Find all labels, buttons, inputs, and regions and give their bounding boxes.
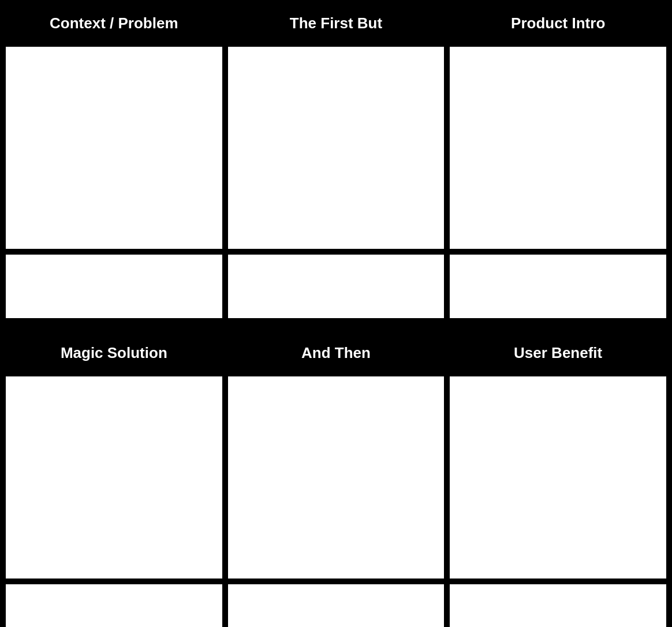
main-panel-and-then	[228, 376, 445, 579]
main-panel-user-benefit	[450, 376, 666, 579]
header-first-but: The First But	[228, 6, 445, 41]
main-panel-context-problem	[6, 47, 222, 249]
header-product-intro: Product Intro	[450, 6, 666, 41]
sub-panel-product-intro	[450, 255, 666, 318]
header-user-benefit: User Benefit	[450, 335, 666, 371]
grid-row-2: Magic Solution And Then User Benefit	[0, 330, 672, 627]
main-panel-first-but	[228, 47, 445, 249]
column-first-but: The First But	[228, 6, 445, 318]
header-magic-solution: Magic Solution	[6, 335, 222, 371]
grid-row-1: Context / Problem The First But Product …	[0, 0, 672, 324]
column-context-problem: Context / Problem	[6, 6, 222, 318]
page-wrapper: Context / Problem The First But Product …	[0, 0, 672, 627]
main-panel-magic-solution	[6, 376, 222, 579]
column-and-then: And Then	[228, 335, 445, 627]
sub-panel-user-benefit	[450, 584, 666, 627]
sub-panel-magic-solution	[6, 584, 222, 627]
column-product-intro: Product Intro	[450, 6, 666, 318]
main-panel-product-intro	[450, 47, 666, 249]
column-magic-solution: Magic Solution	[6, 335, 222, 627]
column-user-benefit: User Benefit	[450, 335, 666, 627]
sub-panel-first-but	[228, 255, 445, 318]
sub-panel-and-then	[228, 584, 445, 627]
header-and-then: And Then	[228, 335, 445, 371]
sub-panel-context-problem	[6, 255, 222, 318]
header-context-problem: Context / Problem	[6, 6, 222, 41]
